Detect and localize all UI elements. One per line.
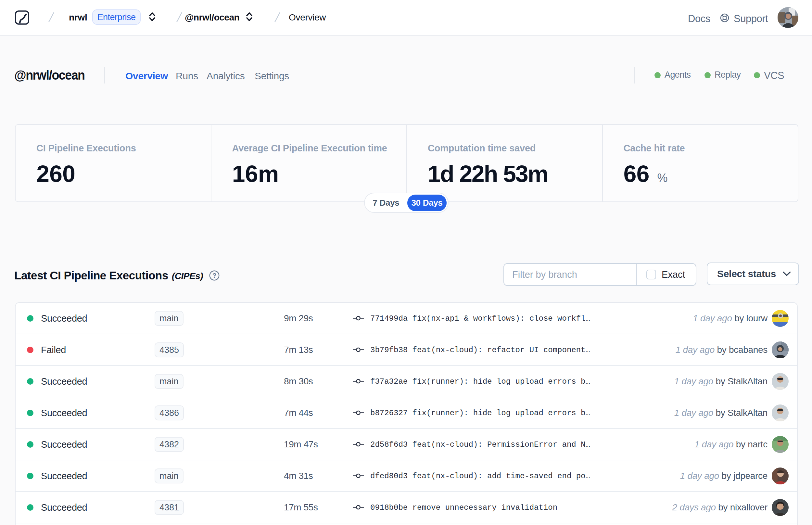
svg-text:?: ? (212, 272, 216, 279)
